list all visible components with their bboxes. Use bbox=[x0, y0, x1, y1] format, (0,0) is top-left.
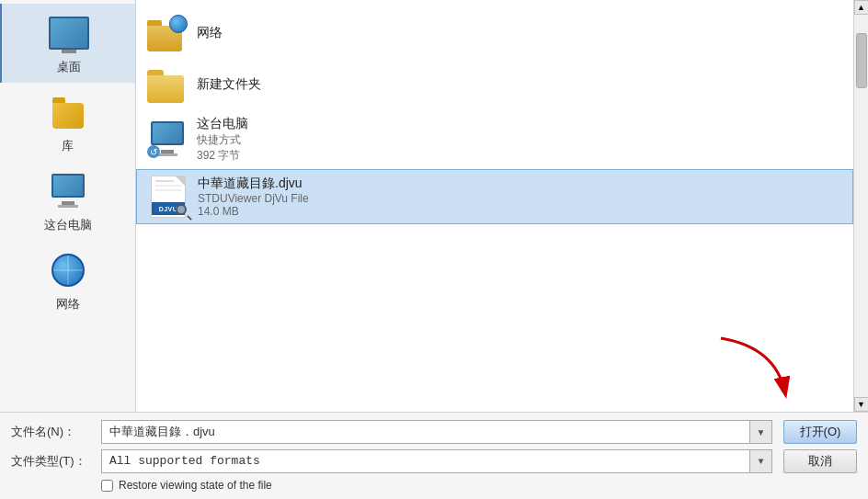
file-list[interactable]: 网络 新建文件夹 bbox=[136, 0, 853, 412]
djvu-icon: DJVU bbox=[148, 176, 188, 217]
file-info: 新建文件夹 bbox=[197, 76, 261, 93]
sidebar-item-library-label: 库 bbox=[62, 138, 74, 154]
scrollbar[interactable]: ▲ ▼ bbox=[853, 0, 868, 412]
filename-value: 中華道藏目錄．djvu bbox=[109, 420, 764, 444]
network-icon bbox=[46, 248, 90, 292]
filetype-input-container: All supported formats ▼ bbox=[101, 449, 772, 473]
thispc-icon bbox=[46, 169, 90, 213]
main-area: 桌面 库 bbox=[0, 0, 868, 412]
file-name: 网络 bbox=[197, 25, 223, 41]
list-item-djvu[interactable]: DJVU 中華道藏目錄.djvu STDUViewer DjVu File 14… bbox=[136, 169, 853, 224]
file-info: 这台电脑 快捷方式 392 字节 bbox=[197, 116, 248, 164]
dropdown-arrow-icon: ▼ bbox=[758, 457, 763, 467]
sidebar: 桌面 库 bbox=[0, 0, 136, 412]
file-size: 392 字节 bbox=[197, 148, 248, 164]
filetype-row: 文件类型(T)： All supported formats ▼ 取消 bbox=[11, 449, 857, 473]
sidebar-item-network-label: 网络 bbox=[56, 296, 80, 312]
sidebar-item-network[interactable]: 网络 bbox=[0, 241, 135, 320]
file-name: 中華道藏目錄.djvu bbox=[198, 176, 309, 192]
filename-display[interactable]: 中華道藏目錄．djvu ▼ bbox=[101, 420, 772, 444]
scroll-down-button[interactable]: ▼ bbox=[854, 397, 869, 412]
file-info: 中華道藏目錄.djvu STDUViewer DjVu File 14.0 MB bbox=[198, 176, 309, 218]
restore-checkbox-row: Restore viewing state of the file bbox=[11, 479, 857, 492]
file-name: 新建文件夹 bbox=[197, 76, 261, 93]
file-name: 这台电脑 bbox=[197, 116, 248, 132]
list-item[interactable]: 网络 bbox=[136, 7, 853, 59]
new-folder-icon bbox=[147, 64, 188, 105]
cancel-button-wrapper: 取消 bbox=[783, 449, 857, 473]
filename-input-container: 中華道藏目錄．djvu ▼ bbox=[101, 420, 772, 444]
thispc-list-icon bbox=[147, 119, 188, 160]
sidebar-item-library[interactable]: 库 bbox=[0, 83, 135, 162]
filetype-dropdown-button[interactable]: ▼ bbox=[749, 450, 771, 472]
sidebar-item-desktop[interactable]: 桌面 bbox=[0, 4, 135, 83]
filename-row: 文件名(N)： 中華道藏目錄．djvu ▼ 打开(O) bbox=[11, 420, 857, 444]
file-meta: 快捷方式 bbox=[197, 132, 248, 148]
restore-checkbox-label: Restore viewing state of the file bbox=[119, 479, 272, 492]
file-type: STDUViewer DjVu File bbox=[198, 192, 309, 205]
dropdown-arrow-icon: ▼ bbox=[757, 427, 766, 437]
sidebar-item-thispc[interactable]: 这台电脑 bbox=[0, 162, 135, 241]
scroll-up-button[interactable]: ▲ bbox=[854, 0, 869, 15]
open-cancel-buttons: 打开(O) bbox=[783, 420, 857, 444]
list-item[interactable]: 这台电脑 快捷方式 392 字节 bbox=[136, 110, 853, 169]
open-file-dialog: 桌面 库 bbox=[0, 0, 868, 499]
library-icon bbox=[46, 90, 90, 134]
file-info: 网络 bbox=[197, 25, 223, 41]
filename-dropdown-button[interactable]: ▼ bbox=[749, 421, 771, 443]
list-item[interactable]: 新建文件夹 bbox=[136, 59, 853, 110]
cancel-button[interactable]: 取消 bbox=[783, 449, 857, 473]
network-folder-icon bbox=[147, 13, 188, 53]
scrollbar-thumb[interactable] bbox=[856, 33, 867, 88]
filetype-label: 文件类型(T)： bbox=[11, 453, 94, 470]
restore-checkbox[interactable] bbox=[101, 480, 113, 492]
filetype-display[interactable]: All supported formats ▼ bbox=[101, 449, 772, 473]
filetype-value: All supported formats bbox=[109, 449, 764, 473]
bottom-bar: 文件名(N)： 中華道藏目錄．djvu ▼ 打开(O) 文件类型(T)： All… bbox=[0, 412, 868, 499]
desktop-icon bbox=[47, 11, 91, 55]
sidebar-item-desktop-label: 桌面 bbox=[57, 59, 81, 75]
open-button[interactable]: 打开(O) bbox=[783, 420, 857, 444]
filename-label: 文件名(N)： bbox=[11, 424, 94, 440]
file-size: 14.0 MB bbox=[198, 205, 309, 218]
sidebar-item-thispc-label: 这台电脑 bbox=[44, 217, 92, 233]
